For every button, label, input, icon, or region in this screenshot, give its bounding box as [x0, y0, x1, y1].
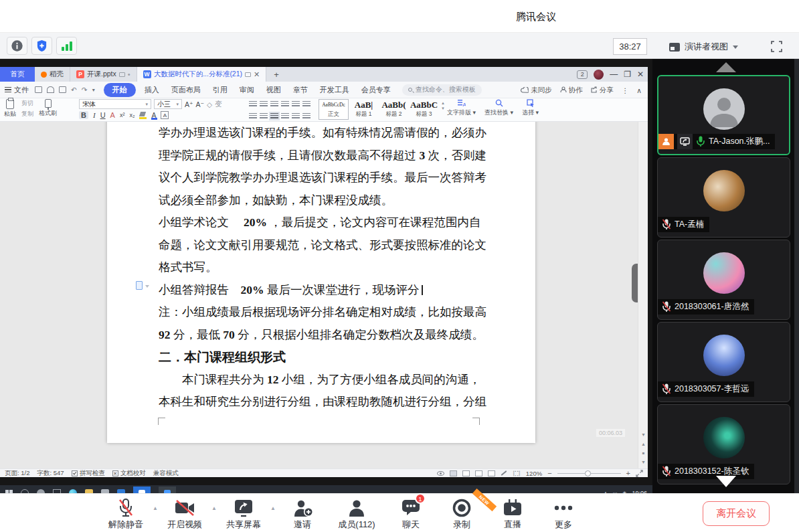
text-direction-icon[interactable]: [302, 101, 310, 107]
participant-tile[interactable]: 2018303057-李哲远: [657, 322, 790, 402]
ribbon-menu-item[interactable]: 视图: [260, 85, 287, 95]
meeting-info-button[interactable]: [7, 37, 27, 55]
file-menu[interactable]: 文件: [5, 85, 29, 95]
fit-page-icon[interactable]: ⣏⣹: [513, 470, 521, 476]
fullscreen-button[interactable]: [767, 37, 786, 56]
italic-button[interactable]: I: [93, 111, 96, 119]
select-tool[interactable]: 选择 ▾: [522, 99, 539, 117]
align-left-icon[interactable]: [249, 113, 257, 119]
outline-view-icon[interactable]: [462, 470, 470, 476]
close-icon[interactable]: ✕: [637, 70, 644, 78]
decrease-font-icon[interactable]: A⁻: [196, 100, 205, 108]
styles-gallery-scroll[interactable]: ▲▼: [441, 101, 445, 110]
redo-icon[interactable]: ↷: [82, 86, 88, 94]
ink-icon[interactable]: [501, 470, 507, 476]
collab-share[interactable]: 分享: [591, 86, 614, 95]
spellcheck-toggle[interactable]: 拼写检查: [72, 469, 105, 478]
tab-pin-icon[interactable]: [119, 72, 125, 77]
line-spacing-icon[interactable]: [292, 113, 300, 119]
participant-tile[interactable]: 2018303061-唐浩然: [657, 240, 790, 320]
control-record-button[interactable]: NEW录制: [436, 496, 487, 532]
zoom-slider[interactable]: [557, 473, 621, 474]
strikethrough-button[interactable]: A: [110, 111, 115, 119]
expand-options-arrow[interactable]: ▲: [269, 505, 277, 511]
read-view-icon[interactable]: [475, 470, 482, 476]
fullscreen-doc-icon[interactable]: [636, 470, 643, 477]
tab-close-icon[interactable]: ✕: [254, 70, 260, 79]
new-tab-button[interactable]: +: [266, 67, 286, 82]
wps-tab-doc[interactable]: W大数据时代下的...分标准(21)✕: [137, 67, 267, 82]
page-indicator[interactable]: 页面: 1/2: [5, 469, 30, 478]
control-share-screen-button[interactable]: 共享屏幕: [218, 496, 269, 532]
participant-tile[interactable]: 2018303152-陈圣钦: [657, 404, 790, 484]
character-border-button[interactable]: A: [161, 111, 169, 119]
command-search[interactable]: 查找命令、搜索模板: [402, 84, 482, 96]
phonetic-guide-icon[interactable]: 变: [215, 100, 222, 109]
find-replace-tool[interactable]: 查找替换 ▾: [484, 99, 513, 117]
copy-button[interactable]: 复制: [21, 110, 33, 118]
bullet-list-icon[interactable]: [249, 101, 257, 107]
control-camera-off-button[interactable]: 开启视频: [159, 496, 210, 532]
ribbon-menu-item[interactable]: 章节: [287, 85, 314, 95]
zoom-out-button[interactable]: −: [547, 470, 551, 477]
numbered-list-icon[interactable]: [260, 101, 268, 107]
ribbon-menu-item[interactable]: 开发工具: [314, 85, 355, 95]
tab-pin-icon[interactable]: [245, 72, 251, 77]
align-center-icon[interactable]: [260, 113, 268, 119]
clear-format-icon[interactable]: ◇: [207, 100, 212, 108]
participant-tile[interactable]: TA-Jason.张鹏...: [657, 75, 790, 155]
superscript-button[interactable]: x²: [120, 112, 125, 118]
participant-tile[interactable]: TA-孟楠: [657, 157, 790, 238]
subscript-button[interactable]: x₂: [129, 112, 135, 118]
control-chat-button[interactable]: 1聊天: [385, 496, 436, 532]
security-shield-button[interactable]: [31, 37, 52, 55]
control-more-button[interactable]: 更多: [538, 496, 589, 532]
ribbon-menu-item[interactable]: 页面布局: [165, 85, 207, 95]
expand-options-arrow[interactable]: ▲: [210, 505, 218, 511]
increase-font-icon[interactable]: A⁺: [185, 100, 193, 108]
wps-tab-docer[interactable]: 稻壳: [35, 67, 70, 82]
style-cell[interactable]: AaBb(标题 2: [379, 99, 409, 120]
page-view-icon[interactable]: [450, 470, 457, 476]
zoom-slider-knob[interactable]: [585, 470, 591, 476]
restore-icon[interactable]: ❐: [624, 70, 631, 78]
collab-sync[interactable]: 未同步: [521, 86, 552, 95]
ribbon-menu-item[interactable]: 会员专享: [355, 85, 397, 95]
distribute-icon[interactable]: [281, 113, 289, 119]
vertical-scrollbar[interactable]: ▼▲■▼: [638, 122, 648, 468]
sidebar-scrollbar[interactable]: [794, 59, 799, 493]
control-invite-button[interactable]: 邀请: [277, 496, 328, 532]
cut-button[interactable]: 剪切: [21, 99, 33, 108]
scroll-down-arrow[interactable]: [716, 476, 736, 487]
style-cell[interactable]: AaBbCcDc正文: [319, 99, 349, 120]
print-preview-icon[interactable]: [59, 86, 66, 93]
zoom-level[interactable]: 120%: [526, 470, 542, 477]
shading-icon[interactable]: [302, 113, 310, 119]
eye-protect-icon[interactable]: [437, 471, 444, 476]
more-menu-icon[interactable]: ⋮: [622, 86, 629, 94]
control-live-button[interactable]: 直播: [487, 496, 538, 532]
ribbon-menu-item[interactable]: 插入: [139, 85, 165, 95]
view-mode-selector[interactable]: 演讲者视图: [669, 38, 738, 56]
ribbon-menu-active[interactable]: 开始: [104, 83, 136, 97]
font-color-button[interactable]: A: [151, 112, 156, 119]
underline-button[interactable]: U: [100, 111, 106, 119]
collab-cowork[interactable]: 协作: [560, 86, 583, 95]
save-icon[interactable]: [35, 86, 42, 93]
undo-icon[interactable]: ↶: [71, 86, 77, 94]
style-cell[interactable]: AaBbC标题 3: [409, 99, 439, 120]
justify-icon[interactable]: [270, 113, 278, 119]
ribbon-menu-item[interactable]: 引用: [207, 85, 234, 95]
leave-meeting-button[interactable]: 离开会议: [703, 501, 770, 526]
paragraph-margin-icon[interactable]: [136, 281, 143, 290]
account-badge[interactable]: 2: [577, 70, 588, 79]
proofing-toggle[interactable]: ✕文档校对: [112, 469, 146, 478]
bold-button[interactable]: B: [79, 111, 88, 119]
style-cell[interactable]: AaB|标题 1: [349, 99, 379, 120]
collapse-ribbon-icon[interactable]: ∧: [636, 86, 642, 94]
format-painter-button[interactable]: 格式刷: [39, 99, 57, 118]
web-view-icon[interactable]: [488, 470, 495, 476]
word-count[interactable]: 字数: 547: [37, 469, 64, 478]
text-layout-tool[interactable]: A文字排版 ▾: [447, 99, 476, 117]
paste-button[interactable]: 粘贴: [4, 99, 16, 118]
